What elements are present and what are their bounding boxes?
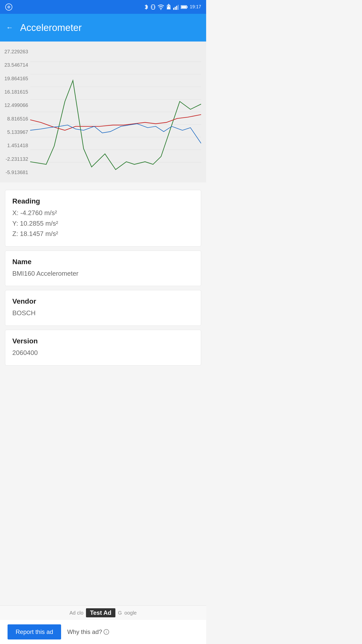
name-title: Name [12,258,194,266]
wifi-icon [158,4,164,10]
chart-y-label: 19.864165 [4,76,28,81]
ad-google-rest: oogle [124,610,137,616]
version-value: 2060400 [12,348,194,358]
status-bar: LTE 19:17 [0,0,206,14]
signal-bars-icon [173,4,179,10]
app-bar-title: Accelerometer [20,22,82,33]
vendor-card: Vendor BOSCH [5,290,201,326]
chart-y-label: 8.816516 [7,116,28,121]
svg-point-7 [160,9,161,10]
chart-y-label: 23.546714 [4,62,28,67]
chart-y-label: 16.181615 [4,89,28,94]
status-bar-left [5,3,13,11]
svg-rect-2 [152,5,154,9]
ad-close-text: Ad clo [69,610,83,616]
reading-z: Z: 18.1457 m/s² [12,229,194,239]
chart-y-label: -2.231132 [6,156,28,162]
status-bar-icons: LTE 19:17 [144,4,201,10]
battery-icon [181,5,188,9]
svg-rect-15 [187,6,188,8]
chart-y-label: 1.451418 [7,143,28,148]
svg-rect-11 [175,7,176,10]
why-ad-button[interactable]: Why this ad? i [67,628,109,635]
phone-signal-icon: LTE [166,4,171,10]
bluetooth-icon [144,4,149,10]
ad-banner-top: Ad clo Test Ad G oogle [0,606,206,620]
svg-rect-6 [155,7,155,8]
chart-y-label: 12.499066 [4,103,28,108]
chart-container: 27.22926323.54671419.86416516.18161512.4… [0,42,206,182]
chart-y-axis: 27.22926323.54671419.86416516.18161512.4… [3,49,30,175]
app-logo-icon [5,3,13,11]
info-icon: i [104,629,109,635]
why-ad-label: Why this ad? [67,628,102,635]
status-time: 19:17 [190,4,201,10]
chart-svg [30,49,201,175]
svg-rect-16 [181,6,186,8]
chart-y-label: 5.133967 [7,130,28,135]
vendor-title: Vendor [12,297,194,305]
chart-y-label: 27.229263 [4,49,28,54]
svg-rect-10 [173,8,174,10]
ad-google-text: G [118,610,122,616]
app-bar: ← Accelerometer [0,14,206,42]
back-button[interactable]: ← [6,24,13,32]
reading-card: Reading X: -4.2760 m/s² Y: 10.2855 m/s² … [5,190,201,247]
reading-y: Y: 10.2855 m/s² [12,218,194,229]
svg-rect-4 [155,6,155,7]
report-ad-button[interactable]: Report this ad [8,624,61,639]
vibrate-icon [151,4,156,10]
line-chart [30,49,201,175]
svg-rect-3 [151,6,151,7]
reading-title: Reading [12,197,194,205]
svg-point-1 [7,6,10,9]
svg-rect-13 [178,5,179,10]
content-area: Reading X: -4.2760 m/s² Y: 10.2855 m/s² … [0,182,206,373]
ad-banner-bottom: Report this ad Why this ad? i [0,620,206,644]
svg-rect-12 [176,6,177,10]
vendor-value: BOSCH [12,308,194,318]
ad-test-label: Test Ad [86,608,115,617]
version-card: Version 2060400 [5,330,201,366]
ad-banner: Ad clo Test Ad G oogle Report this ad Wh… [0,606,206,644]
chart-y-label: -5.913681 [6,170,28,175]
name-card: Name BMI160 Accelerometer [5,251,201,286]
name-value: BMI160 Accelerometer [12,268,194,279]
version-title: Version [12,337,194,345]
svg-rect-5 [151,7,151,8]
reading-x: X: -4.2760 m/s² [12,208,194,218]
